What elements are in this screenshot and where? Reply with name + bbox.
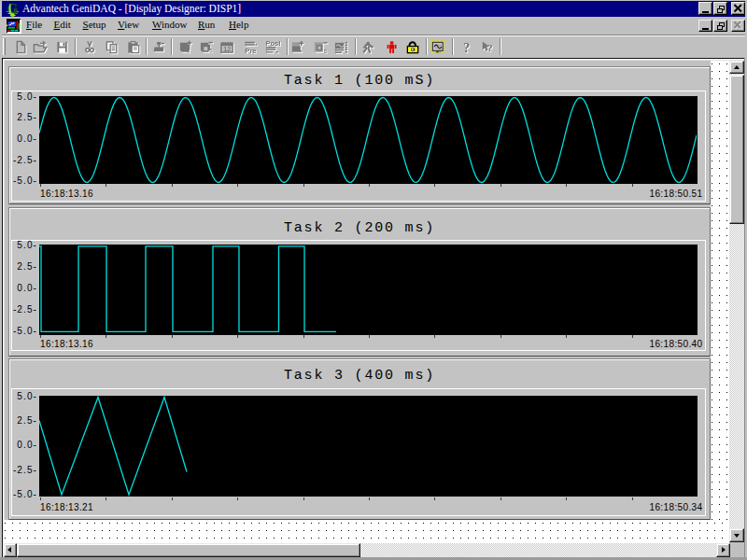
svg-text:Post: Post — [265, 40, 280, 48]
svg-text:5: 5 — [324, 48, 328, 54]
svg-text:Pre: Pre — [245, 47, 256, 55]
svg-text:5: 5 — [209, 47, 213, 53]
svg-text:12: 12 — [223, 46, 231, 52]
svg-text:?: ? — [463, 40, 470, 55]
svg-text:?: ? — [487, 42, 493, 53]
